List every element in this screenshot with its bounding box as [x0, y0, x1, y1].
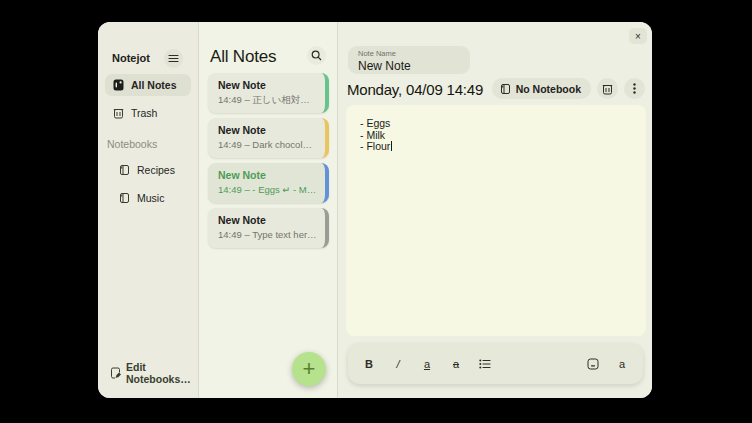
sidebar-item-notebook-music[interactable]: Music: [105, 187, 191, 209]
note-card-preview: 14:49 – Type text here…: [218, 229, 317, 240]
note-card-preview: 14:49 – - Eggs ↵ - Milk…: [218, 184, 317, 195]
sidebar-item-label: All Notes: [131, 79, 177, 91]
edit-notebook-icon: [110, 367, 121, 379]
edit-notebooks-label: Edit Notebooks…: [126, 361, 198, 385]
insert-image-icon: [587, 358, 599, 370]
notes-list: New Note 14:49 – 正しい相対性理論 New Note 14:49…: [208, 73, 329, 248]
editor-pane: × Note Name New Note Monday, 04/09 14:49…: [338, 22, 652, 398]
notebook-icon: [119, 192, 130, 204]
bullet-list-button[interactable]: [474, 352, 496, 376]
notejot-window: Notejot All Notes Trash: [98, 22, 652, 398]
new-note-button[interactable]: +: [292, 352, 326, 386]
note-card-title: New Note: [218, 124, 317, 136]
note-content-line: - Milk: [360, 130, 632, 142]
notes-list-pane: All Notes New Note 14:49 – 正しい相対性理論 New …: [199, 22, 338, 398]
search-icon: [311, 50, 322, 61]
trash-icon: [113, 107, 124, 119]
note-content-editor[interactable]: - Eggs - Milk - Flour: [346, 105, 646, 336]
plus-icon: +: [303, 358, 316, 380]
trash-icon: [602, 83, 613, 95]
desktop-background: Notejot All Notes Trash: [0, 0, 752, 423]
kebab-menu-icon: [633, 83, 636, 94]
note-card[interactable]: New Note 14:49 – 正しい相対性理論: [208, 73, 329, 113]
hamburger-menu-icon: [168, 54, 179, 63]
notebooks-section-label: Notebooks: [107, 138, 191, 150]
sidebar: Notejot All Notes Trash: [98, 22, 199, 398]
bold-button[interactable]: B: [358, 352, 380, 376]
all-notes-icon: [113, 79, 124, 91]
close-window-button[interactable]: ×: [629, 28, 647, 44]
edit-notebooks-button[interactable]: Edit Notebooks…: [110, 361, 198, 385]
underline-button[interactable]: a: [416, 352, 438, 376]
note-name-label: Note Name: [358, 49, 460, 58]
bullet-list-icon: [479, 359, 491, 369]
notebook-selector-button[interactable]: No Notebook: [492, 78, 591, 99]
note-content-line: - Eggs: [360, 118, 632, 130]
note-card-title: New Note: [218, 214, 317, 226]
editor-header-actions: No Notebook: [492, 78, 645, 99]
delete-note-button[interactable]: [597, 78, 618, 99]
close-icon: ×: [635, 31, 641, 42]
notebook-icon: [500, 83, 511, 95]
sidebar-item-label: Trash: [131, 107, 157, 119]
note-card-title: New Note: [218, 79, 317, 91]
sidebar-item-label: Music: [137, 192, 164, 204]
note-card[interactable]: New Note 14:49 – Dark chocolate…: [208, 118, 329, 158]
notebook-selector-label: No Notebook: [516, 83, 581, 95]
note-name-value: New Note: [358, 59, 460, 73]
note-menu-button[interactable]: [624, 78, 645, 99]
insert-image-button[interactable]: [582, 352, 604, 376]
note-name-input[interactable]: Note Name New Note: [348, 46, 470, 74]
font-button[interactable]: a: [611, 352, 633, 376]
note-card-selected[interactable]: New Note 14:49 – - Eggs ↵ - Milk…: [208, 163, 329, 203]
strikethrough-button[interactable]: a: [445, 352, 467, 376]
notebook-icon: [119, 164, 130, 176]
main-menu-button[interactable]: [164, 49, 183, 68]
sidebar-item-all-notes[interactable]: All Notes: [105, 74, 191, 96]
note-card-preview: 14:49 – Dark chocolate…: [218, 139, 317, 150]
app-title: Notejot: [112, 52, 150, 64]
note-card[interactable]: New Note 14:49 – Type text here…: [208, 208, 329, 248]
text-cursor: [391, 141, 392, 151]
sidebar-nav: All Notes Trash Notebooks Recipes: [105, 74, 191, 209]
sidebar-item-notebook-recipes[interactable]: Recipes: [105, 159, 191, 181]
note-card-preview: 14:49 – 正しい相対性理論: [218, 94, 317, 107]
search-button[interactable]: [307, 46, 326, 65]
note-content-line: - Flour: [360, 141, 632, 153]
sidebar-item-label: Recipes: [137, 164, 175, 176]
note-date: Monday, 04/09 14:49: [347, 81, 483, 98]
formatting-toolbar: B / a a a: [348, 343, 643, 384]
italic-button[interactable]: /: [387, 352, 409, 376]
sidebar-item-trash[interactable]: Trash: [105, 102, 191, 124]
note-card-title: New Note: [218, 169, 317, 181]
notes-list-title: All Notes: [210, 47, 276, 67]
